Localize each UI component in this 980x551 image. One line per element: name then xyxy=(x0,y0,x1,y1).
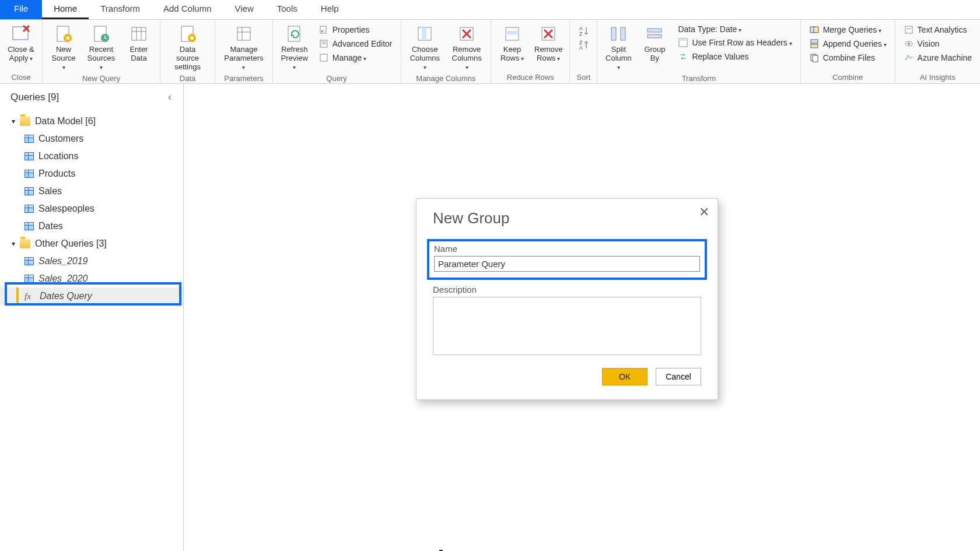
azure-ml-icon xyxy=(904,52,914,63)
text-analytics-icon xyxy=(904,24,914,35)
table-icon xyxy=(24,135,34,143)
tab-file[interactable]: File xyxy=(0,0,42,19)
properties-icon xyxy=(318,24,329,35)
append-queries-button[interactable]: Append Queries xyxy=(807,37,889,50)
manage-button[interactable]: Manage xyxy=(316,51,395,64)
group-sort-label: Sort xyxy=(575,72,592,83)
description-label: Description xyxy=(433,285,701,294)
group-by-icon xyxy=(644,23,665,44)
manage-parameters-button[interactable]: Manage Parameters xyxy=(220,22,267,73)
tab-help[interactable]: Help xyxy=(309,0,351,19)
svg-rect-26 xyxy=(422,27,426,40)
manage-parameters-label: Manage Parameters xyxy=(222,45,265,72)
tree-group-label: Other Queries [3] xyxy=(35,238,107,249)
group-ai-label: AI Insights xyxy=(900,72,975,83)
query-customers[interactable]: Customers xyxy=(0,130,183,148)
first-row-headers-icon xyxy=(678,37,688,48)
svg-rect-31 xyxy=(506,31,519,34)
properties-button[interactable]: Properties xyxy=(316,23,395,36)
tree-group-data-model[interactable]: ▾ Data Model [6] xyxy=(0,113,183,130)
manage-icon xyxy=(318,52,329,63)
merge-queries-button[interactable]: Merge Queries xyxy=(807,23,889,36)
description-input[interactable] xyxy=(433,297,701,355)
query-sales[interactable]: Sales xyxy=(0,183,183,200)
ok-button[interactable]: OK xyxy=(602,368,648,385)
query-products[interactable]: Products xyxy=(0,165,183,183)
text-analytics-button[interactable]: Text Analytics xyxy=(901,23,974,36)
name-input[interactable] xyxy=(434,256,700,272)
remove-rows-button[interactable]: Remove Rows xyxy=(532,22,565,64)
svg-rect-39 xyxy=(611,27,616,40)
refresh-preview-button[interactable]: Refresh Preview xyxy=(278,22,312,73)
svg-rect-42 xyxy=(648,34,662,38)
first-row-headers-label: Use First Row as Headers xyxy=(692,38,792,47)
svg-text:Z: Z xyxy=(579,31,583,37)
query-sales-2020[interactable]: Sales_2020 xyxy=(0,270,183,287)
query-dates-query[interactable]: fxDates Query xyxy=(0,287,183,305)
remove-columns-label: Remove Columns xyxy=(450,45,484,72)
tab-tools[interactable]: Tools xyxy=(265,0,309,19)
data-type-label: Data Type: Date xyxy=(678,24,741,34)
sort-asc-icon: AZ xyxy=(578,26,589,36)
split-column-icon xyxy=(608,23,629,44)
first-row-headers-button[interactable]: Use First Row as Headers xyxy=(676,36,794,49)
table-icon xyxy=(24,187,34,195)
query-dates[interactable]: Dates xyxy=(0,217,183,235)
tab-add-column[interactable]: Add Column xyxy=(152,0,223,19)
split-column-button[interactable]: Split Column xyxy=(602,22,635,73)
new-source-button[interactable]: ★ New Source xyxy=(47,22,80,73)
table-icon xyxy=(24,257,34,265)
query-salespeoples[interactable]: Salespeoples xyxy=(0,200,183,217)
query-label: Sales_2020 xyxy=(38,273,88,284)
tab-transform[interactable]: Transform xyxy=(89,0,152,19)
cancel-button[interactable]: Cancel xyxy=(656,368,701,385)
refresh-icon xyxy=(284,23,305,44)
dialog-close-button[interactable]: ✕ xyxy=(699,205,709,220)
table-icon xyxy=(24,222,34,230)
folder-icon xyxy=(20,239,30,248)
data-source-settings-button[interactable]: Data source settings xyxy=(165,22,210,73)
enter-data-label: Enter Data xyxy=(130,45,148,63)
new-source-icon: ★ xyxy=(53,23,74,44)
collapse-queries-button[interactable]: ‹ xyxy=(164,90,175,104)
svg-rect-40 xyxy=(621,27,625,40)
enter-data-icon xyxy=(128,23,149,44)
choose-columns-icon xyxy=(414,23,435,44)
remove-columns-button[interactable]: Remove Columns xyxy=(447,22,486,73)
close-apply-button[interactable]: Close & Apply xyxy=(5,22,37,64)
append-queries-label: Append Queries xyxy=(823,39,887,48)
group-reduce-rows-label: Reduce Rows xyxy=(496,72,565,83)
table-icon xyxy=(24,152,34,160)
tree-group-other-queries[interactable]: ▾ Other Queries [3] xyxy=(0,235,183,252)
group-by-button[interactable]: Group By xyxy=(638,22,671,64)
tab-home[interactable]: Home xyxy=(42,0,89,19)
enter-data-button[interactable]: Enter Data xyxy=(123,22,155,64)
vision-button[interactable]: Vision xyxy=(901,37,974,50)
keep-rows-button[interactable]: Keep Rows xyxy=(496,22,528,64)
recent-sources-button[interactable]: Recent Sources xyxy=(83,22,119,73)
replace-values-label: Replace Values xyxy=(692,52,748,61)
tab-view[interactable]: View xyxy=(223,0,265,19)
replace-values-button[interactable]: Replace Values xyxy=(676,50,794,63)
sort-asc-button[interactable]: AZ xyxy=(576,24,591,37)
append-queries-icon xyxy=(809,38,820,49)
group-transform-label: Transform xyxy=(602,73,795,85)
query-label: Dates xyxy=(38,221,63,231)
group-query-label: Query xyxy=(278,73,396,85)
advanced-editor-button[interactable]: Advanced Editor xyxy=(316,37,395,50)
combine-files-label: Combine Files xyxy=(823,53,875,62)
azure-ml-button[interactable]: Azure Machine xyxy=(901,51,974,64)
query-locations[interactable]: Locations xyxy=(0,148,183,165)
query-label: Sales_2019 xyxy=(38,256,88,266)
sort-desc-button[interactable]: ZA xyxy=(576,38,591,51)
svg-rect-24 xyxy=(320,54,327,61)
choose-columns-button[interactable]: Choose Columns xyxy=(406,22,444,73)
query-sales-2019[interactable]: Sales_2019 xyxy=(0,252,183,270)
data-type-button[interactable]: Data Type: Date xyxy=(676,23,794,35)
table-icon xyxy=(24,275,34,283)
combine-files-button[interactable]: Combine Files xyxy=(807,51,889,64)
vision-icon xyxy=(904,38,914,49)
dialog-title: New Group xyxy=(433,209,701,227)
svg-rect-47 xyxy=(811,40,818,43)
name-label: Name xyxy=(434,244,700,254)
